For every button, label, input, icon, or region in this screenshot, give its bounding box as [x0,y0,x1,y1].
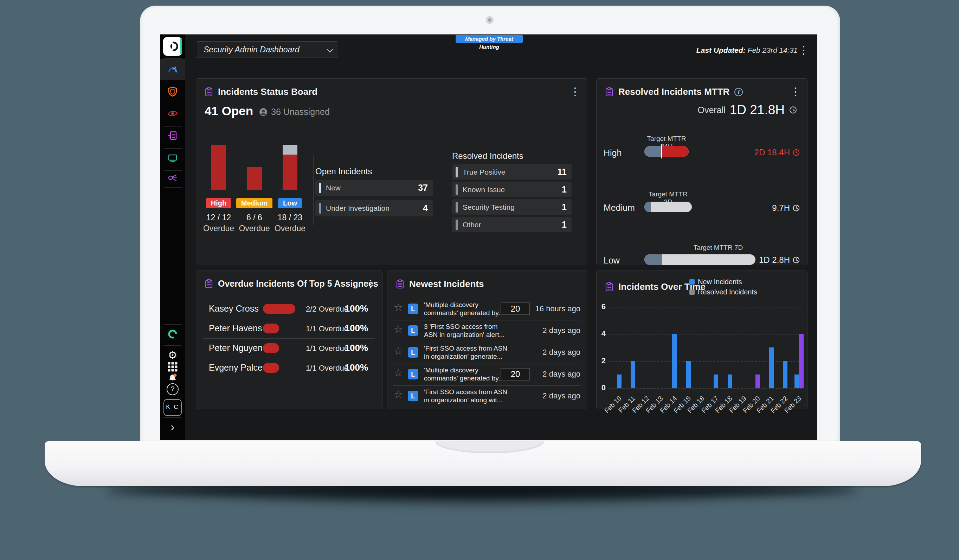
overdue-text: 1/1 Overdue [306,344,348,353]
y-axis-tick: 2 [597,356,606,365]
incident-row[interactable]: ☆ L 'Multiple discoverycommands' generat… [387,364,587,385]
mttr-overflow-segment [661,146,689,157]
incident-age: 2 days ago [542,326,580,335]
incident-row[interactable]: ☆ L 'Multiple discoverycommands' generat… [387,298,587,320]
overdue-text: 1/1 Overdue [306,364,348,373]
overdue-pct: 100% [345,303,368,314]
incident-title[interactable]: 'First SSO access from ASNin organizatio… [424,388,507,404]
laptop-mockup-stage: ⚙ ? K C › Security Admin Dashboar [0,0,959,560]
overdue-pct: 100% [345,362,368,373]
alert-count-box: 20 [500,302,530,315]
star-icon[interactable]: ☆ [394,346,403,356]
priority-bars-chart: High12 / 12OverdueMedium6 / 6OverdueLow1… [201,102,317,253]
monitor-icon[interactable] [167,153,178,163]
incidents-status-board-panel: Incidents Status Board ⋮ 41 Open 36 Unas… [196,78,587,265]
incident-row[interactable]: ☆ L 'First SSO access from ASNin organiz… [387,342,587,364]
severity-l-badge: L [408,304,418,314]
star-icon[interactable]: ☆ [394,390,403,400]
star-icon[interactable]: ☆ [394,302,403,313]
dashboard-selector[interactable]: Security Admin Dashboard [197,41,338,58]
mttr-actual-segment [644,255,662,265]
info-icon[interactable]: i [734,88,743,96]
panel-kebab-menu[interactable]: ⋮ [570,86,580,97]
open-incident-row-under-investigation[interactable]: Under Investigation 4 [315,200,433,216]
row-accent [456,185,458,195]
incident-age: 2 days ago [542,391,580,401]
row-value: 1 [562,185,567,195]
row-accent [456,220,458,230]
assignee-name: Peter Nguyen [209,343,263,353]
incident-title[interactable]: 'First SSO access from ASNin organizatio… [424,344,507,360]
severity-l-badge: L [408,369,418,379]
row-label: New [326,184,341,192]
gridline [609,388,802,388]
chart-bar-new [714,374,718,388]
row-label: Under Investigation [326,204,390,213]
board-icon [605,87,613,97]
open-incidents-title: Open Incidents [315,167,372,177]
resolved-row-other[interactable]: Other 1 [452,217,572,232]
severity-l-badge: L [408,325,418,336]
incident-row[interactable]: ☆ L 'First SSO access from ASNin organiz… [387,385,587,407]
resolved-incidents-title: Resolved Incidents [452,151,523,161]
avatar-initials: K C [164,399,182,416]
panel-header: Overdue Incidents Of Top 5 Assignees [205,278,378,289]
assignee-row[interactable]: Peter Havens 1/1 Overdue 100% [196,319,382,338]
panel-kebab-menu[interactable]: ⋮ [790,86,801,97]
gridline [609,334,802,334]
notifications-bell-icon[interactable] [168,373,177,383]
global-kebab-menu[interactable]: ⋮ [798,45,809,56]
shield-icon[interactable] [167,86,178,97]
row-value: 4 [423,203,428,213]
status-ring-icon[interactable] [167,328,178,340]
open-incident-row-new[interactable]: New 37 [315,180,433,196]
alert-count-box: 20 [500,368,530,380]
mttr-bar-low [644,255,755,265]
star-icon[interactable]: ☆ [394,324,403,334]
resolved-row-known-issue[interactable]: Known Issue 1 [452,181,572,197]
gridline [609,307,802,307]
overdue-text: 2/2 Overdue [306,305,348,314]
mttr-target-tick [661,145,662,158]
user-avatar[interactable]: K C [164,399,182,416]
dashboard-gauge-icon[interactable] [167,64,178,75]
incident-title[interactable]: 'Multiple discoverycommands' generated b… [424,301,504,317]
chart-bar-new [617,374,621,388]
panel-title: Newest Incidents [409,278,484,290]
incident-title[interactable]: 3 'First SSO access fromASN in organizat… [424,323,505,339]
priority-column-medium: Medium6 / 6Overdue [237,102,272,233]
network-share-icon[interactable] [167,172,178,183]
star-icon[interactable]: ☆ [394,368,403,378]
assignee-row[interactable]: Evgeny Palcev 1/1 Overdue 100% [196,358,382,378]
settings-gear-icon[interactable]: ⚙ [168,350,177,360]
row-label: Known Issue [463,186,505,194]
resolved-row-security-testing[interactable]: Security Testing 1 [452,199,572,215]
incident-age: 16 hours ago [535,304,580,313]
sidebar-expand-chevron-icon[interactable]: › [170,420,174,433]
overdue-pct: 100% [345,342,368,353]
cortex-logo-glyph [166,40,179,53]
cortex-logo-icon[interactable] [163,37,182,56]
last-updated-label: Last Updated: [696,46,746,54]
mttr-value-medium: 9.7H [772,203,800,213]
resolved-row-true-positive[interactable]: True Positive 11 [452,164,572,180]
incident-title[interactable]: 'Multiple discoverycommands' generated b… [424,366,504,382]
overdue-bar [263,363,279,373]
help-icon[interactable]: ? [167,383,178,395]
panel-header: Incidents Status Board [205,86,317,97]
dashboard-selector-value: Security Admin Dashboard [204,45,299,54]
eye-icon[interactable] [167,109,178,118]
priority-count: 18 / 23 [278,213,302,223]
apps-grid-icon[interactable] [168,362,177,372]
laptop-camera [486,16,494,24]
clock-icon [789,106,797,114]
panel-kebab-menu[interactable]: ⋮ [365,278,376,289]
row-label: True Positive [463,168,505,177]
assignee-row[interactable]: Kasey Cross 2/2 Overdue 100% [196,299,382,319]
incident-row[interactable]: ☆ L 3 'First SSO access fromASN in organ… [387,320,587,342]
chevron-down-icon [327,46,333,52]
report-icon[interactable] [167,130,178,141]
overall-label: Overall [698,105,726,115]
assignee-row[interactable]: Peter Nguyen 1/1 Overdue 100% [196,338,382,358]
overdue-bar [263,304,295,314]
